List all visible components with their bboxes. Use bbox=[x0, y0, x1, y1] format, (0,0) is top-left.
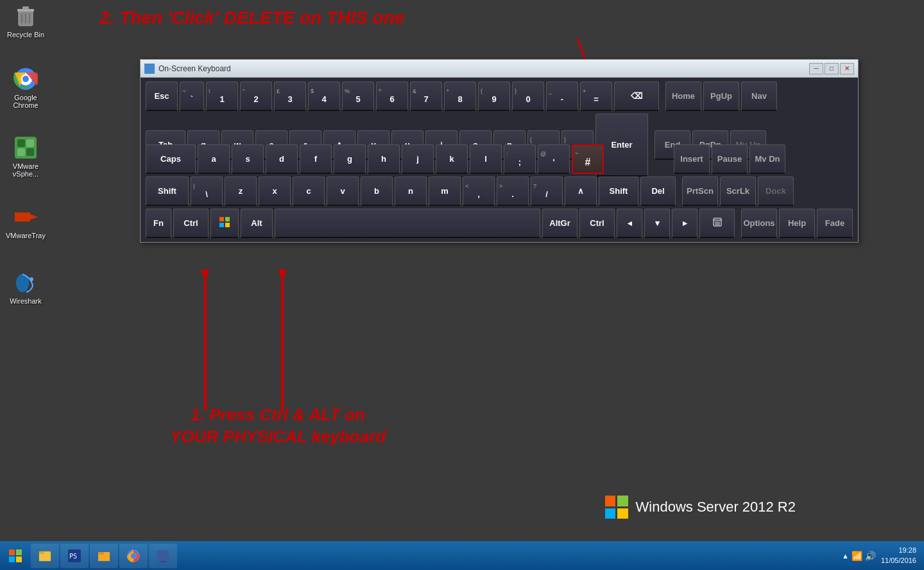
key-c[interactable]: c bbox=[293, 177, 325, 206]
systray-network: 📶 bbox=[851, 551, 862, 561]
key-home[interactable]: Home bbox=[665, 82, 701, 111]
key-altgr[interactable]: AltGr bbox=[542, 209, 578, 238]
key-options[interactable]: Options bbox=[741, 209, 777, 238]
svg-marker-15 bbox=[15, 212, 22, 221]
taskbar-right: ▲ 📶 🔊 19:28 11/05/2016 bbox=[842, 546, 921, 566]
windows-server-text: Windows Server 2012 R2 bbox=[636, 499, 796, 515]
key-j[interactable]: j bbox=[402, 144, 434, 174]
key-mvdn[interactable]: Mv Dn bbox=[749, 144, 785, 174]
start-icon bbox=[9, 549, 22, 562]
svg-point-9 bbox=[22, 76, 29, 82]
key-l[interactable]: l bbox=[470, 144, 502, 174]
key-backspace[interactable]: ⌫ bbox=[614, 82, 659, 111]
key-quote[interactable]: @' bbox=[538, 144, 570, 174]
desktop-icon-chrome[interactable]: Google Chrome bbox=[3, 66, 48, 109]
osk-titlebar-controls: ─ □ ✕ bbox=[809, 63, 854, 74]
key-space[interactable] bbox=[275, 209, 540, 238]
taskbar-clock[interactable]: 19:28 11/05/2016 bbox=[881, 546, 916, 566]
key-dock[interactable]: Dock bbox=[758, 177, 794, 206]
wireshark-icon bbox=[13, 270, 38, 295]
key-fn[interactable]: Fn bbox=[146, 209, 171, 238]
key-slash[interactable]: ?/ bbox=[531, 177, 563, 206]
key-rshift[interactable]: Shift bbox=[599, 177, 638, 206]
key-f[interactable]: f bbox=[300, 144, 332, 174]
systray-arrow-up[interactable]: ▲ bbox=[842, 552, 849, 560]
svg-rect-2 bbox=[22, 6, 29, 10]
taskbar-item-unknown[interactable] bbox=[149, 544, 177, 568]
key-d[interactable]: d bbox=[266, 144, 298, 174]
key-scrlk[interactable]: ScrLk bbox=[720, 177, 756, 206]
key-k[interactable]: k bbox=[436, 144, 468, 174]
key-insert[interactable]: Insert bbox=[674, 144, 710, 174]
key-caps[interactable]: Caps bbox=[146, 144, 196, 174]
windows-server-logo: Windows Server 2012 R2 bbox=[605, 496, 796, 519]
key-lshift[interactable]: Shift bbox=[146, 177, 189, 206]
svg-rect-33 bbox=[39, 553, 51, 561]
key-h[interactable]: h bbox=[368, 144, 400, 174]
taskbar-item-folder[interactable] bbox=[90, 544, 118, 568]
key-g[interactable]: g bbox=[334, 144, 366, 174]
key-prtscn[interactable]: PrtScn bbox=[682, 177, 718, 206]
key-7[interactable]: &7 bbox=[410, 82, 442, 111]
key-del[interactable]: Del bbox=[640, 177, 676, 206]
taskbar-item-chrome[interactable] bbox=[119, 544, 148, 568]
key-right-arrow[interactable]: ▸ bbox=[672, 209, 697, 238]
key-semicolon[interactable]: :; bbox=[504, 144, 536, 174]
key-s[interactable]: s bbox=[232, 144, 264, 174]
key-z[interactable]: z bbox=[225, 177, 257, 206]
key-comma[interactable]: <, bbox=[463, 177, 495, 206]
key-v[interactable]: v bbox=[327, 177, 359, 206]
svg-rect-38 bbox=[98, 554, 110, 561]
key-a[interactable]: a bbox=[198, 144, 230, 174]
key-fade[interactable]: Fade bbox=[817, 209, 853, 238]
key-n[interactable]: n bbox=[395, 177, 427, 206]
taskbar-item-powershell[interactable]: PS bbox=[60, 544, 89, 568]
key-esc[interactable]: Esc bbox=[146, 82, 178, 111]
key-m[interactable]: m bbox=[429, 177, 461, 206]
desktop-icon-wireshark[interactable]: Wireshark bbox=[3, 270, 48, 305]
key-lctrl[interactable]: Ctrl bbox=[173, 209, 209, 238]
key-period[interactable]: >. bbox=[497, 177, 529, 206]
osk-close-button[interactable]: ✕ bbox=[840, 63, 854, 74]
svg-rect-24 bbox=[225, 217, 230, 221]
key-1[interactable]: !1 bbox=[206, 82, 238, 111]
key-b[interactable]: b bbox=[361, 177, 393, 206]
key-3[interactable]: £3 bbox=[274, 82, 306, 111]
svg-rect-25 bbox=[219, 223, 224, 227]
osk-minimize-button[interactable]: ─ bbox=[809, 63, 823, 74]
key-pgup[interactable]: PgUp bbox=[703, 82, 739, 111]
key-0[interactable]: )0 bbox=[512, 82, 544, 111]
key-menu[interactable] bbox=[699, 209, 735, 238]
key-left-arrow[interactable]: ◂ bbox=[617, 209, 642, 238]
key-equals[interactable]: += bbox=[580, 82, 612, 111]
key-5[interactable]: %5 bbox=[342, 82, 374, 111]
key-backslash[interactable]: |\ bbox=[191, 177, 223, 206]
osk-maximize-button[interactable]: □ bbox=[825, 63, 839, 74]
key-alt[interactable]: Alt bbox=[241, 209, 273, 238]
key-8[interactable]: *8 bbox=[444, 82, 476, 111]
desktop-icon-vmware[interactable]: VMware vSphe... bbox=[3, 135, 48, 178]
key-pause[interactable]: Pause bbox=[712, 144, 748, 174]
key-help[interactable]: Help bbox=[779, 209, 815, 238]
start-button[interactable] bbox=[3, 544, 28, 568]
osk-titlebar-left: On-Screen Keyboard bbox=[144, 64, 231, 74]
key-2[interactable]: "2 bbox=[240, 82, 272, 111]
key-down-arrow[interactable]: ▾ bbox=[644, 209, 670, 238]
key-minus[interactable]: _- bbox=[546, 82, 578, 111]
key-nav[interactable]: Nav bbox=[741, 82, 777, 111]
key-rctrl[interactable]: Ctrl bbox=[579, 209, 615, 238]
key-win[interactable] bbox=[210, 209, 239, 238]
key-grave[interactable]: ¬` bbox=[180, 82, 204, 111]
osk-window: On-Screen Keyboard ─ □ ✕ Esc ¬` !1 "2 £3… bbox=[140, 59, 859, 243]
recycle-bin-label: Recycle Bin bbox=[7, 31, 44, 39]
key-up-arrow-sym[interactable]: ∧ bbox=[565, 177, 597, 206]
vmwaretray-label: VMwareTray bbox=[6, 232, 46, 239]
key-6[interactable]: ^6 bbox=[376, 82, 408, 111]
key-x[interactable]: x bbox=[259, 177, 291, 206]
desktop-icon-recycle-bin[interactable]: Recycle Bin bbox=[3, 3, 48, 39]
key-hash[interactable]: ~# bbox=[572, 144, 604, 174]
key-4[interactable]: $4 bbox=[308, 82, 340, 111]
taskbar-item-explorer[interactable] bbox=[31, 544, 59, 568]
desktop-icon-vmwaretray[interactable]: VMwareTray bbox=[3, 204, 48, 239]
key-9[interactable]: (9 bbox=[478, 82, 510, 111]
